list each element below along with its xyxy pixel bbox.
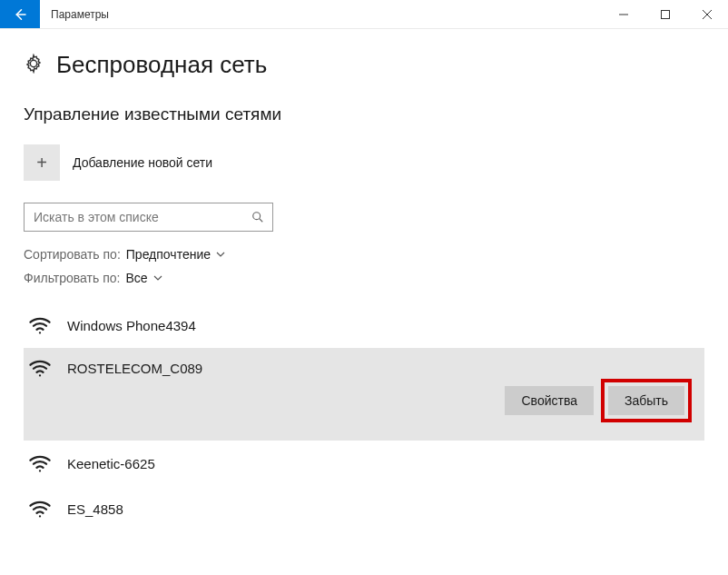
sort-dropdown[interactable]: Предпочтение: [126, 248, 225, 261]
page-title: Беспроводная сеть: [56, 51, 267, 79]
sort-row: Сортировать по: Предпочтение: [24, 248, 704, 261]
network-item[interactable]: ES_4858: [24, 486, 704, 531]
back-button[interactable]: [0, 0, 40, 28]
gear-icon: [24, 54, 44, 76]
properties-button[interactable]: Свойства: [505, 386, 593, 415]
section-subheading: Управление известными сетями: [24, 104, 704, 124]
filter-row: Фильтровать по: Все: [24, 272, 704, 284]
maximize-icon: [661, 10, 670, 19]
network-name: ES_4858: [67, 501, 123, 517]
network-name: Windows Phone4394: [67, 318, 196, 333]
wifi-icon: [27, 312, 53, 340]
add-network-label: Добавление новой сети: [73, 155, 212, 170]
sort-value: Предпочтение: [126, 248, 211, 261]
search-icon: [251, 211, 264, 223]
filter-value: Все: [125, 272, 147, 284]
network-name: Keenetic-6625: [67, 456, 155, 471]
svg-point-1: [253, 213, 261, 220]
minimize-button[interactable]: [603, 0, 644, 28]
sort-label: Сортировать по:: [24, 248, 121, 261]
network-item[interactable]: Keenetic-6625: [24, 441, 704, 486]
filter-label: Фильтровать по:: [24, 272, 120, 284]
wifi-icon: [27, 354, 53, 382]
network-name: ROSTELECOM_C089: [67, 361, 202, 376]
network-item[interactable]: Windows Phone4394: [24, 302, 704, 348]
known-networks-list: Windows Phone4394 ROSTELECOM_C089 Свойст…: [24, 302, 704, 531]
titlebar: Параметры: [0, 0, 728, 29]
close-icon: [703, 10, 712, 19]
window-title: Параметры: [40, 0, 109, 28]
content-area: Беспроводная сеть Управление известными …: [0, 29, 728, 531]
page-heading: Беспроводная сеть: [24, 51, 704, 79]
wifi-icon: [27, 495, 53, 523]
search-input[interactable]: [25, 210, 243, 224]
annotation-highlight: Забыть: [601, 379, 692, 422]
network-actions: Свойства Забыть: [505, 379, 692, 422]
plus-icon: +: [24, 144, 60, 181]
close-button[interactable]: [686, 0, 728, 28]
arrow-left-icon: [12, 6, 28, 23]
maximize-button[interactable]: [644, 0, 686, 28]
forget-button[interactable]: Забыть: [608, 386, 684, 415]
filter-dropdown[interactable]: Все: [125, 272, 162, 284]
wifi-icon: [27, 450, 53, 478]
search-box: [24, 203, 273, 232]
network-item-selected[interactable]: ROSTELECOM_C089 Свойства Забыть: [24, 348, 704, 441]
add-network-button[interactable]: + Добавление новой сети: [24, 144, 704, 181]
chevron-down-icon: [153, 272, 162, 284]
minimize-icon: [619, 10, 628, 19]
chevron-down-icon: [216, 248, 225, 261]
search-button[interactable]: [243, 211, 272, 223]
svg-rect-0: [662, 10, 670, 18]
